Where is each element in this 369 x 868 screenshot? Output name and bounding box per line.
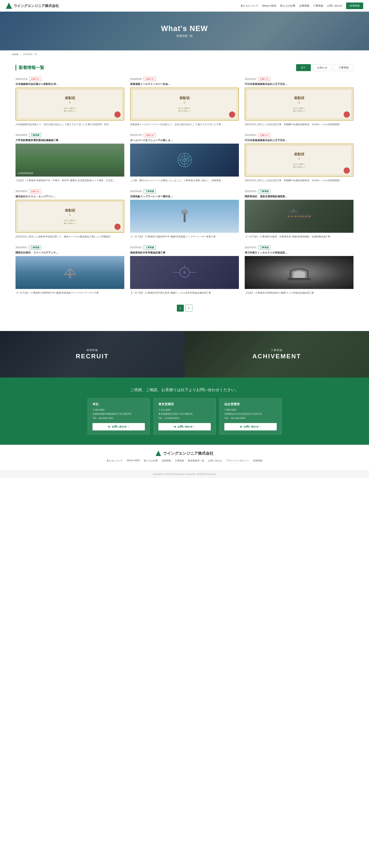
page-2-button[interactable]: 2 bbox=[186, 305, 192, 312]
news-card[interactable]: 2024/07/18 お知らせ 日本無線株式会社様から表彰状を頂… 表彰状 殿 … bbox=[16, 77, 124, 126]
contact-btn-2[interactable]: ✉ お問い合わせ › bbox=[224, 423, 277, 430]
recruit-promo-bg: 採用情報 RECRUIT bbox=[0, 331, 184, 377]
contact-card-sendai: 仙台営業所 〒982-0032 宮城県仙台市太白区富沢3丁目26-30 TEL：… bbox=[220, 398, 282, 435]
news-card-description: 日本無線株式会社様より、当社が協力会社として施工させて頂いた工事が完成管理・安全… bbox=[16, 122, 124, 126]
office-name-2: 仙台営業所 bbox=[224, 402, 277, 406]
news-card[interactable]: 2022/03/31 工事実績 関西東地区 道路交通情報設備更新… 【一次下請】… bbox=[245, 189, 353, 239]
news-card-title: 関西支社管内 フリーフロアアンテ… bbox=[16, 251, 124, 255]
news-card-image bbox=[245, 256, 353, 289]
news-card[interactable]: 2022/07/29 お知らせ ホームページをリニューアル致しま… この度、弊社… bbox=[130, 133, 239, 183]
news-card-description: 2021年4月に竣工した当社元請工事「首都圏中央連絡自動車道 天谷峠トンネル誤情… bbox=[245, 122, 353, 126]
office-info-2: 〒982-0032 宮城県仙台市太白区富沢3丁目26-30 TEL：022-39… bbox=[224, 408, 277, 421]
news-badge: お知らせ bbox=[258, 77, 270, 81]
svg-rect-12 bbox=[293, 210, 294, 211]
news-card-title: 高速道路トールテクノロジー社会… bbox=[130, 82, 239, 86]
office-info-1: 〒131-0046 東京都墨田区京島1丁目27番16号 TEL：03-6609-… bbox=[159, 408, 211, 421]
news-card-image bbox=[130, 200, 239, 233]
recruit-promo-label: 採用情報 bbox=[86, 348, 98, 352]
pagination: 1 2 bbox=[16, 305, 353, 312]
news-card-title: 関西東地区 道路交通情報設備更新… bbox=[245, 194, 353, 198]
contact-btn-1[interactable]: ✉ お問い合わせ › bbox=[159, 423, 211, 430]
nav-about[interactable]: 私たちについて bbox=[240, 4, 258, 7]
filter-oshirase[interactable]: お知らせ bbox=[312, 64, 332, 71]
footer-nav-work[interactable]: 私たちの仕事 bbox=[144, 459, 158, 462]
news-card-image: 表彰状 殿 あなたは優れた施工を達成した bbox=[130, 88, 239, 121]
footer-nav-achievements[interactable]: 工事実績 bbox=[175, 459, 184, 462]
news-card-title: 津万井落江トンネルラジオ再放送設… bbox=[245, 251, 353, 255]
contact-cards: 本社 〒660-0892 兵庫県尼崎市東難波町5丁目27番19号 TEL：06-… bbox=[16, 398, 353, 435]
recruit-promo[interactable]: 採用情報 RECRUIT bbox=[0, 331, 184, 377]
news-card-title: 六甲初防事務所電気通信設備修繕工事 bbox=[16, 138, 124, 142]
breadcrumb: HOME > 新着情報一覧 bbox=[0, 51, 369, 58]
footer-nav-qualifications[interactable]: 取得資格等一覧 bbox=[188, 459, 204, 462]
news-card-image: 山岳地帯監視設備 bbox=[16, 144, 124, 177]
footer-company-name: ウイングエンジニア株式会社 bbox=[163, 451, 214, 456]
news-card-description: 【一次下請】○工事場所/兵庫県神戸市○概要/高速道路フリーフローアンテナ工事 bbox=[16, 291, 124, 295]
page-1-button[interactable]: 1 bbox=[177, 305, 184, 312]
news-card-meta: 2024/07/18 お知らせ bbox=[16, 77, 124, 81]
achievement-promo[interactable]: 工事実績 ACHIVEMENT bbox=[184, 331, 369, 377]
news-badge: 工事実績 bbox=[258, 246, 270, 250]
arrow-icon: › bbox=[260, 425, 261, 428]
mail-icon: ✉ bbox=[108, 425, 110, 428]
news-card-meta: 2022/10/27 お知らせ bbox=[245, 77, 353, 81]
news-card[interactable]: 2022/03/31 工事実績 津万井落江トンネルラジオ再放送設… 【元請】○工… bbox=[245, 246, 353, 295]
section-header: 新着情報一覧 全て お知らせ 工事実績 bbox=[16, 64, 353, 71]
news-card-title: 尾鉢要地区外常常緊急設備工事 bbox=[130, 251, 239, 255]
office-name-1: 東京営業所 bbox=[159, 402, 211, 406]
nav-achievements[interactable]: 工事実績 bbox=[313, 4, 323, 7]
contact-card-tokyo: 東京営業所 〒131-0046 東京都墨田区京島1丁目27番16号 TEL：03… bbox=[153, 398, 216, 435]
footer-nav-company[interactable]: 企業情報 bbox=[162, 459, 171, 462]
filter-all[interactable]: 全て bbox=[296, 64, 311, 71]
news-card[interactable]: 2022/09/05 工事実績 六甲初防事務所電気通信設備修繕工事 山岳地帯監視… bbox=[16, 133, 124, 183]
news-card[interactable]: 2024/05/09 お知らせ 高速道路トールテクノロジー社会… 表彰状 殿 あ… bbox=[130, 77, 239, 126]
contact-section: ご依頼、ご相談、お見積りは以下よりお問い合わせください。 本社 〒660-089… bbox=[0, 377, 369, 444]
nav-whats-new[interactable]: What's NEW bbox=[262, 4, 276, 7]
news-card-meta: 2022/06/23 お知らせ bbox=[245, 133, 353, 137]
hero-title: What's NEW bbox=[161, 24, 208, 33]
nav-work[interactable]: 私たちの仕事 bbox=[280, 4, 295, 7]
office-info-0: 〒660-0892 兵庫県尼崎市東難波町5丁目27番19号 TEL：06-648… bbox=[92, 408, 145, 421]
footer-logo-icon bbox=[156, 451, 161, 456]
footer-nav-recruit[interactable]: 採用情報 bbox=[253, 459, 262, 462]
news-card-image: 表彰状 殿 あなたは優れた施工を達成した bbox=[16, 88, 124, 121]
filter-kouji[interactable]: 工事実績 bbox=[334, 64, 353, 71]
news-grid: 2024/07/18 お知らせ 日本無線株式会社様から表彰状を頂… 表彰状 殿 … bbox=[16, 77, 353, 295]
news-badge: お知らせ bbox=[29, 77, 41, 81]
logo[interactable]: ウイングエンジニア株式会社 bbox=[6, 3, 59, 9]
footer-nav-privacy[interactable]: プライバシーポリシー bbox=[226, 459, 249, 462]
news-card-meta: 2022/04/30 工事実績 bbox=[130, 189, 239, 193]
nav-company[interactable]: 企業情報 bbox=[299, 4, 309, 7]
news-card-description: 【一次下請】○工事場所/大阪府堺中市○概要/空港気象ドップラーレーダー更新工事 bbox=[130, 235, 239, 239]
news-date: 2022/04/30 bbox=[130, 190, 142, 193]
footer-nav-contact[interactable]: お問い合わせ bbox=[208, 459, 222, 462]
breadcrumb-home[interactable]: HOME bbox=[11, 53, 19, 56]
news-card[interactable]: 2022/03/31 工事実績 尾鉢要地区外常常緊急設備工事 【一次下請】○工事… bbox=[130, 246, 239, 295]
nav-contact[interactable]: お問い合わせ bbox=[327, 4, 342, 7]
news-card[interactable]: 2022/06/20 お知らせ 株式会社ネクスコ・エンジアリン… 表彰状 殿 あ… bbox=[16, 189, 124, 239]
achievement-promo-bg: 工事実績 ACHIVEMENT bbox=[184, 331, 369, 377]
logo-icon bbox=[6, 3, 12, 9]
news-date: 2022/03/31 bbox=[245, 246, 256, 249]
news-badge: お知らせ bbox=[144, 133, 156, 137]
news-card[interactable]: 2022/03/31 工事実績 関西支社管内 フリーフロアアンテ… 【一次下請】… bbox=[16, 246, 124, 295]
footer-nav-whats-new[interactable]: What's NEW bbox=[127, 459, 140, 462]
hero-section: What's NEW 新着情報一覧 bbox=[0, 12, 369, 51]
svg-rect-16 bbox=[64, 274, 76, 275]
news-card-title: 中日本高速道路株式会社八王子支社… bbox=[245, 82, 353, 86]
news-date: 2024/05/09 bbox=[130, 78, 142, 81]
news-card[interactable]: 2022/04/30 工事実績 空港気象ドップラーレーダー製作及… 【一次下請】… bbox=[130, 189, 239, 239]
contact-btn-0[interactable]: ✉ お問い合わせ › bbox=[92, 423, 145, 430]
news-card[interactable]: 2022/06/23 お知らせ 中日本高速道路株式会社八王子支社… 表彰状 殿 … bbox=[245, 133, 353, 183]
news-card-title: ホームページをリニューアル致しま… bbox=[130, 138, 239, 142]
news-badge: 工事実績 bbox=[29, 246, 41, 250]
news-card-image: 表彰状 殿 あなたは優れた施工を達成した bbox=[245, 144, 353, 177]
news-date: 2024/07/18 bbox=[16, 78, 27, 81]
achievement-promo-label: 工事実績 bbox=[271, 348, 283, 352]
hero-subtitle: 新着情報一覧 bbox=[176, 34, 193, 38]
recruit-button[interactable]: 採用情報 bbox=[346, 2, 363, 9]
news-card-image: 表彰状 殿 あなたは優れた施工を達成した bbox=[16, 200, 124, 233]
news-badge: 工事実績 bbox=[258, 189, 270, 193]
footer-nav-about[interactable]: 私たちについて bbox=[107, 459, 123, 462]
news-card[interactable]: 2022/10/27 お知らせ 中日本高速道路株式会社八王子支社… 表彰状 殿 … bbox=[245, 77, 353, 126]
